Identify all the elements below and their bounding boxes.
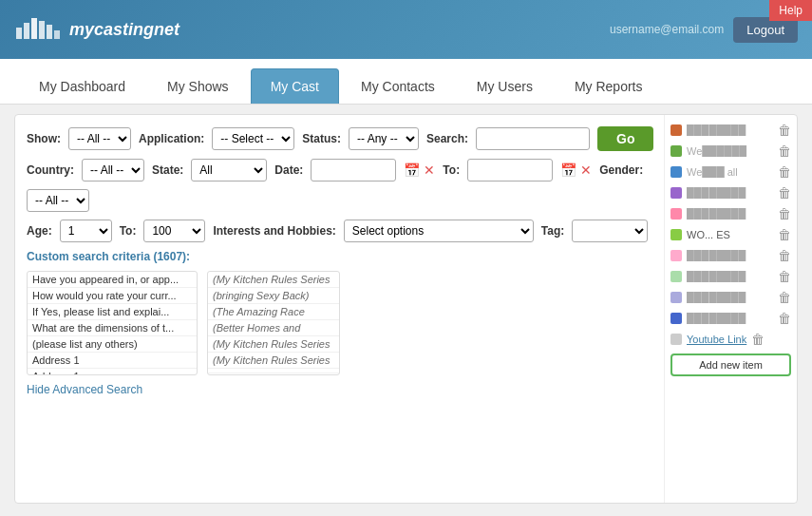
status-label: Status: — [302, 132, 341, 145]
to-label: To: — [443, 163, 460, 177]
date-from-input[interactable] — [311, 159, 396, 182]
hide-advanced-link[interactable]: Hide Advanced Search — [27, 383, 662, 396]
tag-color-swatch — [670, 124, 682, 136]
svg-rect-5 — [54, 30, 60, 39]
svg-rect-4 — [47, 25, 52, 39]
go-button[interactable]: Go — [597, 126, 653, 151]
age-to-label: To: — [120, 224, 137, 238]
clear-from-icon[interactable]: ✕ — [424, 162, 435, 178]
tag-delete-icon[interactable]: 🗑 — [778, 269, 791, 284]
list-item[interactable]: (bringing Sexy Back) — [208, 288, 339, 304]
country-select[interactable]: -- All -- — [82, 159, 144, 182]
custom-questions-list[interactable]: Have you appeared in, or app... How woul… — [27, 271, 198, 375]
list-item[interactable]: (The Amazing Race — [208, 304, 339, 320]
tag-color-swatch — [670, 313, 682, 324]
clear-to-icon[interactable]: ✕ — [580, 162, 592, 178]
filter-section: Show: -- All -- Application: -- Select -… — [27, 126, 662, 396]
tab-users[interactable]: My Users — [457, 68, 553, 104]
list-item[interactable]: (Better Homes and — [208, 320, 339, 336]
date-to-input[interactable] — [467, 159, 553, 182]
tag-item: ████████ 🗑 — [665, 182, 797, 203]
list-item[interactable]: (My Kitchen Rules Series — [208, 353, 339, 369]
tag-item: ████████ 🗑 — [665, 203, 797, 224]
add-new-item-button[interactable]: Add new item — [670, 354, 791, 376]
tag-name: ████████ — [687, 124, 773, 136]
search-label: Search: — [426, 132, 468, 145]
tag-item: ████████ 🗑 — [665, 120, 797, 141]
svg-rect-3 — [39, 21, 45, 39]
tag-delete-icon[interactable]: 🗑 — [778, 227, 791, 242]
tag-name: ████████ — [687, 271, 773, 282]
tag-delete-icon[interactable]: 🗑 — [778, 311, 791, 326]
custom-search-title: Custom search criteria (1607): — [27, 250, 662, 263]
tag-name: ████████ — [687, 313, 773, 324]
calendar-from-icon[interactable]: 📅 — [404, 162, 420, 178]
custom-values-list[interactable]: (My Kitchen Rules Series (bringing Sexy … — [207, 271, 340, 375]
tag-name: We███ all — [687, 166, 773, 178]
tag-color-swatch — [670, 145, 682, 157]
tag-item: ████████ 🗑 — [665, 287, 797, 308]
youtube-link-label: Youtube Link — [687, 334, 746, 345]
tag-color-swatch — [670, 250, 682, 261]
tag-name: ████████ — [687, 208, 773, 220]
tag-label: Tag: — [541, 224, 564, 238]
list-item[interactable]: Have you appeared in, or app... — [28, 272, 197, 288]
tag-item: We██████ 🗑 — [665, 141, 797, 162]
list-item[interactable]: Address 1 — [28, 369, 197, 375]
list-item[interactable]: If Yes, please list and explai... — [28, 304, 197, 320]
tag-name: ████████ — [687, 187, 773, 199]
gender-select[interactable]: -- All -- — [27, 189, 89, 212]
tab-cast[interactable]: My Cast — [251, 68, 339, 104]
tag-select[interactable] — [572, 220, 648, 242]
tag-color-swatch — [670, 229, 682, 240]
show-label: Show: — [27, 132, 61, 145]
tag-color-swatch — [670, 187, 682, 199]
filter-row-3: Age: 1 To: 100 Interests and Hobbies: Se… — [27, 220, 662, 242]
tag-delete-icon[interactable]: 🗑 — [778, 206, 791, 221]
list-item[interactable]: How would you rate your curr... — [28, 288, 197, 304]
help-button[interactable]: Help — [769, 0, 812, 21]
list-item[interactable]: (please list any others) — [28, 336, 197, 353]
tag-delete-icon[interactable]: 🗑 — [778, 290, 791, 305]
tab-reports[interactable]: My Reports — [555, 68, 663, 104]
application-select[interactable]: -- Select -- — [212, 127, 294, 150]
search-input[interactable] — [476, 127, 590, 150]
list-item[interactable]: What are the dimensions of t... — [28, 320, 197, 336]
tag-color-swatch — [670, 166, 682, 178]
header: mycastingnet username@email.com Logout H… — [0, 0, 812, 59]
tag-delete-icon[interactable]: 🗑 — [778, 164, 791, 180]
tag-delete-icon[interactable]: 🗑 — [778, 248, 791, 263]
state-label: State: — [152, 163, 183, 177]
tag-delete-icon[interactable]: 🗑 — [778, 123, 791, 138]
list-item[interactable]: (My Kitchen Rules Series — [208, 336, 339, 353]
age-to-select[interactable]: 100 — [143, 220, 205, 242]
tag-color-swatch — [670, 292, 682, 303]
country-label: Country: — [27, 163, 74, 177]
interests-select[interactable]: Select options — [344, 220, 534, 242]
filter-row-1: Show: -- All -- Application: -- Select -… — [27, 126, 662, 151]
state-select[interactable]: All — [191, 159, 267, 182]
gender-label: Gender: — [599, 163, 643, 177]
tag-name: WO... ES — [687, 229, 773, 240]
list-item[interactable]: (My Kitchen Rules Series — [208, 272, 339, 288]
tag-item: ████████ 🗑 — [665, 266, 797, 287]
list-item[interactable] — [208, 369, 339, 373]
logo-icon — [14, 13, 62, 47]
tag-delete-icon[interactable]: 🗑 — [778, 143, 791, 159]
age-from-select[interactable]: 1 — [60, 220, 112, 242]
tag-name: We██████ — [687, 145, 773, 157]
list-item[interactable]: Address 1 — [28, 353, 197, 369]
calendar-to-icon[interactable]: 📅 — [560, 162, 576, 178]
custom-search-section: Custom search criteria (1607): Have you … — [27, 250, 662, 375]
tag-delete-icon[interactable]: 🗑 — [751, 332, 765, 347]
svg-rect-0 — [16, 28, 22, 39]
tag-delete-icon[interactable]: 🗑 — [778, 185, 791, 201]
application-label: Application: — [139, 132, 204, 145]
interests-label: Interests and Hobbies: — [213, 224, 335, 238]
user-name: username@email.com — [610, 23, 724, 36]
show-select[interactable]: -- All -- — [68, 127, 131, 150]
tab-shows[interactable]: My Shows — [147, 68, 249, 104]
status-select[interactable]: -- Any -- — [349, 127, 419, 150]
tab-dashboard[interactable]: My Dashboard — [19, 68, 145, 104]
tab-contacts[interactable]: My Contacts — [341, 68, 455, 104]
